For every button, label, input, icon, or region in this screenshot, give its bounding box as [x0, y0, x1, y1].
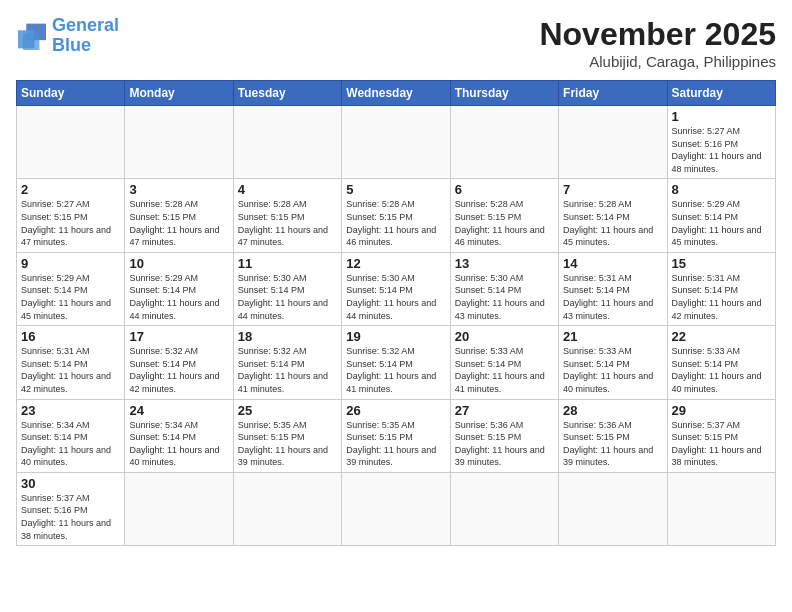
header-monday: Monday [125, 81, 233, 106]
title-block: November 2025 Alubijid, Caraga, Philippi… [539, 16, 776, 70]
table-row: 30 Sunrise: 5:37 AMSunset: 5:16 PMDaylig… [17, 472, 776, 545]
table-row: 1 Sunrise: 5:27 AMSunset: 5:16 PMDayligh… [17, 106, 776, 179]
day-16: 16 Sunrise: 5:31 AMSunset: 5:14 PMDaylig… [17, 326, 125, 399]
day-1: 1 Sunrise: 5:27 AMSunset: 5:16 PMDayligh… [667, 106, 775, 179]
day-25: 25 Sunrise: 5:35 AMSunset: 5:15 PMDaylig… [233, 399, 341, 472]
empty-cell [450, 106, 558, 179]
logo: General Blue [16, 16, 119, 56]
location: Alubijid, Caraga, Philippines [539, 53, 776, 70]
empty-cell [342, 472, 450, 545]
day-4: 4 Sunrise: 5:28 AMSunset: 5:15 PMDayligh… [233, 179, 341, 252]
day-20: 20 Sunrise: 5:33 AMSunset: 5:14 PMDaylig… [450, 326, 558, 399]
day-15: 15 Sunrise: 5:31 AMSunset: 5:14 PMDaylig… [667, 252, 775, 325]
day-11: 11 Sunrise: 5:30 AMSunset: 5:14 PMDaylig… [233, 252, 341, 325]
header-saturday: Saturday [667, 81, 775, 106]
day-2: 2 Sunrise: 5:27 AMSunset: 5:15 PMDayligh… [17, 179, 125, 252]
day-10: 10 Sunrise: 5:29 AMSunset: 5:14 PMDaylig… [125, 252, 233, 325]
empty-cell [559, 472, 667, 545]
logo-icon [16, 22, 48, 50]
month-title: November 2025 [539, 16, 776, 53]
empty-cell [125, 106, 233, 179]
empty-cell [559, 106, 667, 179]
day-29: 29 Sunrise: 5:37 AMSunset: 5:15 PMDaylig… [667, 399, 775, 472]
day-12: 12 Sunrise: 5:30 AMSunset: 5:14 PMDaylig… [342, 252, 450, 325]
day-18: 18 Sunrise: 5:32 AMSunset: 5:14 PMDaylig… [233, 326, 341, 399]
empty-cell [233, 472, 341, 545]
logo-general: General [52, 15, 119, 35]
header-thursday: Thursday [450, 81, 558, 106]
header-wednesday: Wednesday [342, 81, 450, 106]
day-14: 14 Sunrise: 5:31 AMSunset: 5:14 PMDaylig… [559, 252, 667, 325]
empty-cell [667, 472, 775, 545]
calendar: Sunday Monday Tuesday Wednesday Thursday… [16, 80, 776, 546]
page: General Blue November 2025 Alubijid, Car… [0, 0, 792, 612]
table-row: 2 Sunrise: 5:27 AMSunset: 5:15 PMDayligh… [17, 179, 776, 252]
day-17: 17 Sunrise: 5:32 AMSunset: 5:14 PMDaylig… [125, 326, 233, 399]
day-3: 3 Sunrise: 5:28 AMSunset: 5:15 PMDayligh… [125, 179, 233, 252]
weekday-header-row: Sunday Monday Tuesday Wednesday Thursday… [17, 81, 776, 106]
day-26: 26 Sunrise: 5:35 AMSunset: 5:15 PMDaylig… [342, 399, 450, 472]
day-7: 7 Sunrise: 5:28 AMSunset: 5:14 PMDayligh… [559, 179, 667, 252]
empty-cell [125, 472, 233, 545]
table-row: 16 Sunrise: 5:31 AMSunset: 5:14 PMDaylig… [17, 326, 776, 399]
svg-marker-2 [23, 33, 39, 49]
header-tuesday: Tuesday [233, 81, 341, 106]
day-23: 23 Sunrise: 5:34 AMSunset: 5:14 PMDaylig… [17, 399, 125, 472]
header-friday: Friday [559, 81, 667, 106]
day-30: 30 Sunrise: 5:37 AMSunset: 5:16 PMDaylig… [17, 472, 125, 545]
day-21: 21 Sunrise: 5:33 AMSunset: 5:14 PMDaylig… [559, 326, 667, 399]
day-19: 19 Sunrise: 5:32 AMSunset: 5:14 PMDaylig… [342, 326, 450, 399]
table-row: 9 Sunrise: 5:29 AMSunset: 5:14 PMDayligh… [17, 252, 776, 325]
day-27: 27 Sunrise: 5:36 AMSunset: 5:15 PMDaylig… [450, 399, 558, 472]
logo-blue: Blue [52, 35, 91, 55]
header: General Blue November 2025 Alubijid, Car… [16, 16, 776, 70]
day-24: 24 Sunrise: 5:34 AMSunset: 5:14 PMDaylig… [125, 399, 233, 472]
empty-cell [17, 106, 125, 179]
day-28: 28 Sunrise: 5:36 AMSunset: 5:15 PMDaylig… [559, 399, 667, 472]
table-row: 23 Sunrise: 5:34 AMSunset: 5:14 PMDaylig… [17, 399, 776, 472]
empty-cell [342, 106, 450, 179]
day-9: 9 Sunrise: 5:29 AMSunset: 5:14 PMDayligh… [17, 252, 125, 325]
day-22: 22 Sunrise: 5:33 AMSunset: 5:14 PMDaylig… [667, 326, 775, 399]
day-6: 6 Sunrise: 5:28 AMSunset: 5:15 PMDayligh… [450, 179, 558, 252]
day-13: 13 Sunrise: 5:30 AMSunset: 5:14 PMDaylig… [450, 252, 558, 325]
empty-cell [233, 106, 341, 179]
day-5: 5 Sunrise: 5:28 AMSunset: 5:15 PMDayligh… [342, 179, 450, 252]
header-sunday: Sunday [17, 81, 125, 106]
day-8: 8 Sunrise: 5:29 AMSunset: 5:14 PMDayligh… [667, 179, 775, 252]
empty-cell [450, 472, 558, 545]
